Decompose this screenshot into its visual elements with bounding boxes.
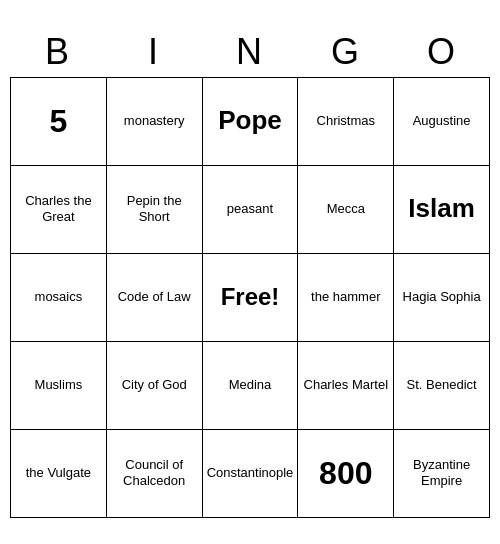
bingo-cell-17: Medina [203,342,299,430]
bingo-cell-18: Charles Martel [298,342,394,430]
header-letter-b: B [10,27,106,77]
bingo-grid: 5monasteryPopeChristmasAugustineCharles … [10,77,490,518]
bingo-cell-14: Hagia Sophia [394,254,490,342]
header-letter-g: G [298,27,394,77]
bingo-cell-3: Christmas [298,78,394,166]
header-letter-n: N [202,27,298,77]
bingo-cell-10: mosaics [11,254,107,342]
bingo-cell-9: Islam [394,166,490,254]
bingo-card: BINGO 5monasteryPopeChristmasAugustineCh… [10,27,490,518]
bingo-cell-13: the hammer [298,254,394,342]
bingo-cell-16: City of God [107,342,203,430]
bingo-cell-11: Code of Law [107,254,203,342]
bingo-cell-2: Pope [203,78,299,166]
bingo-cell-7: peasant [203,166,299,254]
bingo-cell-21: Council of Chalcedon [107,430,203,518]
bingo-cell-20: the Vulgate [11,430,107,518]
bingo-cell-5: Charles the Great [11,166,107,254]
bingo-cell-6: Pepin the Short [107,166,203,254]
bingo-cell-24: Byzantine Empire [394,430,490,518]
bingo-cell-22: Constantinople [203,430,299,518]
bingo-cell-4: Augustine [394,78,490,166]
bingo-cell-8: Mecca [298,166,394,254]
bingo-header: BINGO [10,27,490,77]
header-letter-o: O [394,27,490,77]
bingo-cell-23: 800 [298,430,394,518]
bingo-cell-0: 5 [11,78,107,166]
bingo-cell-12: Free! [203,254,299,342]
bingo-cell-19: St. Benedict [394,342,490,430]
header-letter-i: I [106,27,202,77]
bingo-cell-15: Muslims [11,342,107,430]
bingo-cell-1: monastery [107,78,203,166]
